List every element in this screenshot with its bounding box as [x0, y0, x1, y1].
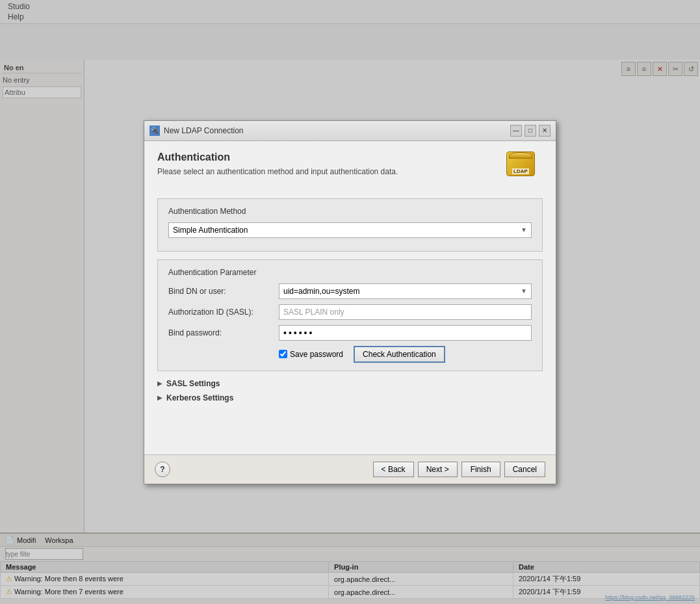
- dialog-controls: — □ ✕: [510, 125, 551, 137]
- select-arrow-icon: ▼: [521, 226, 527, 233]
- footer-nav-buttons: < Back Next > Finish Cancel: [373, 462, 545, 477]
- dialog-titlebar: 🔌 New LDAP Connection — □ ✕: [144, 121, 556, 141]
- save-password-checkbox[interactable]: [279, 350, 287, 358]
- help-button[interactable]: ?: [155, 462, 170, 477]
- restore-button[interactable]: □: [525, 125, 536, 137]
- dialog-heading: Authentication: [157, 151, 398, 163]
- kerberos-expand-icon: ▶: [157, 394, 162, 401]
- bind-password-input[interactable]: [279, 325, 532, 341]
- dialog-text-section: Authentication Please select an authenti…: [157, 151, 398, 176]
- auth-id-label: Authorization ID (SASL):: [168, 308, 279, 317]
- sasl-settings-item[interactable]: ▶ SASL Settings: [157, 379, 543, 388]
- bind-dn-row: Bind DN or user: uid=admin,ou=system ▼: [168, 283, 532, 299]
- auth-id-placeholder-text: SASL PLAIN only: [283, 308, 344, 317]
- kerberos-settings-item[interactable]: ▶ Kerberos Settings: [157, 393, 543, 402]
- cancel-button[interactable]: Cancel: [504, 462, 545, 477]
- dialog-title-text: New LDAP Connection: [164, 126, 244, 135]
- finish-button[interactable]: Finish: [461, 462, 500, 477]
- ldap-icon-container: LDAP: [506, 151, 543, 188]
- bind-dn-label: Bind DN or user:: [168, 287, 279, 296]
- ldap-cylinder-icon: LDAP: [506, 151, 535, 176]
- bind-password-row: Bind password:: [168, 325, 532, 341]
- sasl-expand-icon: ▶: [157, 380, 162, 387]
- auth-method-section: Authentication Method Simple Authenticat…: [157, 198, 543, 252]
- dialog-overlay: 🔌 New LDAP Connection — □ ✕ Authenticati…: [0, 0, 700, 604]
- auth-method-select[interactable]: Simple Authentication ▼: [168, 222, 532, 238]
- bind-password-label: Bind password:: [168, 328, 279, 337]
- bind-dn-value: uid=admin,ou=system: [283, 287, 359, 296]
- auth-params-title: Authentication Parameter: [168, 268, 532, 277]
- kerberos-settings-label: Kerberos Settings: [166, 393, 233, 402]
- new-ldap-dialog: 🔌 New LDAP Connection — □ ✕ Authenticati…: [144, 120, 556, 484]
- form-actions-row: Save password Check Authentication: [279, 346, 532, 363]
- auth-id-placeholder[interactable]: SASL PLAIN only: [279, 304, 532, 320]
- back-button[interactable]: < Back: [373, 462, 414, 477]
- dialog-subtext: Please select an authentication method a…: [157, 167, 398, 176]
- close-button[interactable]: ✕: [539, 125, 551, 137]
- auth-method-title: Authentication Method: [168, 207, 532, 216]
- dialog-header-section: Authentication Please select an authenti…: [157, 151, 543, 188]
- next-button[interactable]: Next >: [418, 462, 458, 477]
- auth-method-value: Simple Authentication: [173, 226, 248, 235]
- save-password-text: Save password: [290, 350, 343, 359]
- dialog-title: 🔌 New LDAP Connection: [149, 125, 244, 136]
- ldap-label-text: LDAP: [512, 168, 529, 174]
- auth-method-row: Simple Authentication ▼: [168, 222, 532, 238]
- check-auth-button[interactable]: Check Authentication: [354, 346, 445, 363]
- minimize-button[interactable]: —: [510, 125, 522, 137]
- dialog-content: Authentication Please select an authenti…: [144, 141, 556, 454]
- bind-dn-select[interactable]: uid=admin,ou=system ▼: [279, 283, 532, 299]
- save-password-checkbox-label[interactable]: Save password: [279, 350, 343, 359]
- dialog-footer: ? < Back Next > Finish Cancel: [144, 454, 556, 484]
- auth-params-section: Authentication Parameter Bind DN or user…: [157, 259, 543, 371]
- sasl-settings-label: SASL Settings: [166, 379, 220, 388]
- bind-dn-arrow-icon: ▼: [521, 287, 527, 295]
- auth-id-row: Authorization ID (SASL): SASL PLAIN only: [168, 304, 532, 320]
- dialog-title-icon: 🔌: [149, 125, 160, 136]
